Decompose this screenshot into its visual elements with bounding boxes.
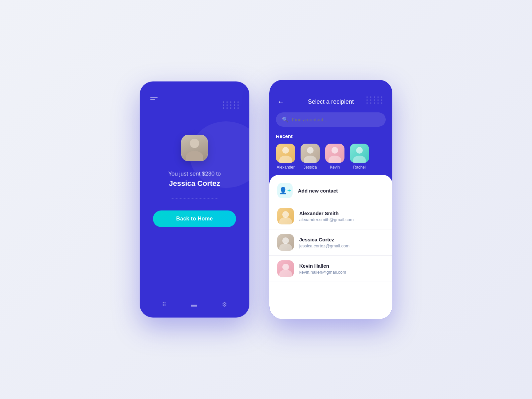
phone-screen-2: ← Select a recipient 🔍 Recent Alexander … bbox=[269, 80, 392, 319]
add-contact-label: Add new contact bbox=[298, 188, 338, 194]
screen-header: ← Select a recipient bbox=[269, 80, 392, 112]
recent-name-alexander: Alexander bbox=[277, 165, 295, 170]
avatar-image bbox=[181, 135, 208, 161]
add-contact-row[interactable]: 👤+ Add new contact bbox=[269, 178, 392, 203]
recent-contact-jessica[interactable]: Jessica bbox=[301, 144, 320, 170]
recent-section: Recent Alexander Jessica Kevin bbox=[269, 133, 392, 175]
recent-avatar-alexander bbox=[276, 144, 295, 163]
recipient-avatar bbox=[181, 135, 208, 161]
search-input[interactable] bbox=[292, 117, 380, 122]
recent-avatar-jessica bbox=[301, 144, 320, 163]
bottom-nav: ⠿ ▬ ⚙ bbox=[140, 301, 249, 308]
divider bbox=[172, 198, 217, 199]
nav-card-icon[interactable]: ▬ bbox=[191, 301, 197, 308]
contact-name-kevin: Kevin Hallen bbox=[299, 263, 346, 269]
contact-info-jessica: Jessica Cortez jessica.cortez@gmail.com bbox=[299, 237, 349, 248]
search-icon: 🔍 bbox=[282, 116, 289, 123]
recent-name-kevin: Kevin bbox=[330, 165, 340, 170]
menu-icon[interactable] bbox=[150, 97, 158, 100]
recent-contacts-list: Alexander Jessica Kevin Rachel bbox=[276, 144, 386, 170]
recent-contact-kevin[interactable]: Kevin bbox=[325, 144, 344, 170]
decorative-dots-2 bbox=[366, 96, 383, 104]
screen-title: Select a recipient bbox=[289, 98, 372, 105]
recent-label: Recent bbox=[276, 133, 386, 139]
contact-row-kevin[interactable]: Kevin Hallen kevin.hallen@gmail.com bbox=[269, 256, 392, 282]
contact-avatar-jessica bbox=[277, 234, 294, 251]
recent-contact-alexander[interactable]: Alexander bbox=[276, 144, 295, 170]
back-arrow-icon[interactable]: ← bbox=[277, 98, 284, 106]
contact-info-alexander: Alexander Smith alexander.smith@gmail.co… bbox=[299, 210, 353, 222]
recent-name-rachel: Rachel bbox=[353, 165, 365, 170]
contact-email-jessica: jessica.cortez@gmail.com bbox=[299, 243, 349, 248]
recent-contact-rachel[interactable]: Rachel bbox=[350, 144, 369, 170]
contact-name-jessica: Jessica Cortez bbox=[299, 237, 349, 242]
search-bar[interactable]: 🔍 bbox=[276, 112, 386, 127]
contact-email-kevin: kevin.hallen@gmail.com bbox=[299, 270, 346, 275]
recent-avatar-rachel bbox=[350, 144, 369, 163]
add-contact-icon: 👤+ bbox=[277, 183, 293, 198]
contacts-panel: 👤+ Add new contact Alexander Smith alexa… bbox=[269, 175, 392, 319]
contact-row-alexander[interactable]: Alexander Smith alexander.smith@gmail.co… bbox=[269, 203, 392, 229]
recent-name-jessica: Jessica bbox=[304, 165, 317, 170]
contact-avatar-kevin bbox=[277, 260, 294, 277]
nav-dots-icon[interactable]: ⠿ bbox=[162, 301, 166, 308]
back-to-home-button[interactable]: Back to Home bbox=[153, 210, 236, 227]
contact-row-jessica[interactable]: Jessica Cortez jessica.cortez@gmail.com bbox=[269, 229, 392, 256]
contact-avatar-alexander bbox=[277, 208, 294, 224]
nav-settings-icon[interactable]: ⚙ bbox=[222, 301, 227, 308]
contact-email-alexander: alexander.smith@gmail.com bbox=[299, 217, 353, 222]
phone-screen-1: You just sent $230 to Jessica Cortez Bac… bbox=[140, 81, 249, 318]
contact-info-kevin: Kevin Hallen kevin.hallen@gmail.com bbox=[299, 263, 346, 275]
decorative-dots bbox=[223, 101, 239, 109]
contact-name-alexander: Alexander Smith bbox=[299, 210, 353, 216]
recent-avatar-kevin bbox=[325, 144, 344, 163]
